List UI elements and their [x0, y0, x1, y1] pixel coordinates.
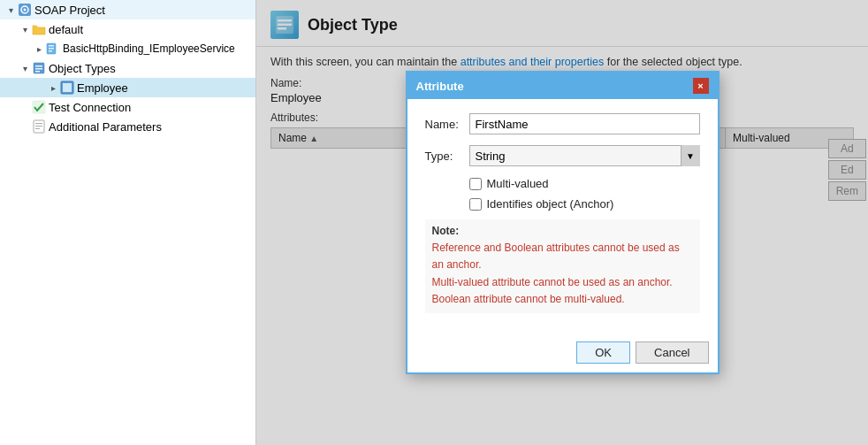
- dialog-type-row: Type: String Integer Boolean Reference D…: [425, 145, 700, 166]
- dialog-title: Attribute: [416, 80, 464, 93]
- sidebar-item-test-connection[interactable]: Test Connection: [0, 97, 255, 117]
- sidebar-item-default[interactable]: default: [0, 19, 255, 39]
- anchor-label: Identifies object (Anchor): [487, 197, 614, 211]
- sidebar-item-employee[interactable]: Employee: [0, 78, 255, 97]
- note-label: Note:: [432, 225, 693, 237]
- svg-rect-8: [35, 65, 42, 67]
- sidebar-item-additional-params[interactable]: Additional Parameters: [0, 117, 255, 136]
- note-box: Note: Reference and Boolean attributes c…: [425, 219, 700, 313]
- svg-rect-5: [49, 48, 54, 50]
- dialog-name-input[interactable]: [469, 113, 700, 134]
- svg-rect-12: [63, 83, 72, 92]
- employee-icon: [60, 81, 74, 95]
- sidebar-label-object-types: Object Types: [49, 62, 116, 75]
- anchor-checkbox[interactable]: [469, 198, 482, 211]
- sidebar: SOAP Project default BasicHttpBinding_IE…: [0, 0, 256, 445]
- multivalued-checkbox-row: Multi-valued: [425, 177, 700, 190]
- multivalued-checkbox[interactable]: [469, 178, 482, 190]
- check-icon: [32, 100, 46, 114]
- ok-button[interactable]: OK: [576, 341, 630, 364]
- svg-rect-17: [35, 128, 40, 129]
- sidebar-label-basic-http: BasicHttpBinding_IEmployeeService: [63, 42, 235, 55]
- dialog-name-label: Name:: [425, 118, 469, 131]
- expand-arrow-employee[interactable]: [46, 81, 60, 95]
- svg-rect-16: [35, 126, 42, 127]
- service-icon: [46, 42, 60, 56]
- sidebar-item-basic-http[interactable]: BasicHttpBinding_IEmployeeService: [0, 39, 255, 58]
- expand-arrow-default[interactable]: [18, 22, 32, 36]
- dialog-name-row: Name:: [425, 113, 700, 134]
- dialog-type-select-wrapper: String Integer Boolean Reference Date ▼: [469, 145, 700, 166]
- sidebar-item-soap-project[interactable]: SOAP Project: [0, 0, 255, 19]
- page-icon: [32, 119, 46, 134]
- expand-arrow-soap[interactable]: [4, 3, 18, 17]
- sidebar-label-employee: Employee: [77, 81, 128, 95]
- svg-point-2: [24, 9, 27, 12]
- dialog-type-select[interactable]: String Integer Boolean Reference Date: [469, 145, 700, 166]
- soap-icon: [18, 3, 32, 17]
- dialog-overlay: Attribute × Name: Type: String Integer: [256, 0, 868, 445]
- sidebar-label-additional-params: Additional Parameters: [49, 120, 162, 134]
- dialog-titlebar: Attribute ×: [407, 73, 718, 99]
- cancel-button[interactable]: Cancel: [636, 341, 708, 364]
- expand-arrow-basic-http[interactable]: [32, 42, 46, 56]
- expand-arrow-test: [18, 100, 32, 114]
- multivalued-label: Multi-valued: [487, 177, 549, 190]
- main-content: Object Type With this screen, you can ma…: [256, 0, 868, 445]
- note-line-1: Reference and Boolean attributes cannot …: [432, 242, 680, 271]
- note-line-3: Boolean attribute cannot be multi-valued…: [432, 293, 625, 305]
- svg-rect-4: [49, 45, 54, 47]
- sidebar-label-test-connection: Test Connection: [49, 101, 131, 114]
- expand-arrow-params: [18, 119, 32, 134]
- sidebar-label-default: default: [49, 23, 83, 36]
- expand-arrow-object-types[interactable]: [18, 61, 32, 75]
- attribute-dialog: Attribute × Name: Type: String Integer: [406, 71, 720, 374]
- note-text: Reference and Boolean attributes cannot …: [432, 240, 693, 308]
- svg-rect-9: [35, 68, 42, 70]
- dialog-type-label: Type:: [425, 150, 469, 163]
- dialog-close-button[interactable]: ×: [693, 78, 709, 94]
- dialog-footer: OK Cancel: [407, 336, 718, 372]
- folder-icon: [32, 22, 46, 36]
- types-icon: [32, 61, 46, 75]
- sidebar-label-soap-project: SOAP Project: [34, 4, 105, 17]
- note-line-2: Multi-valued attribute cannot be used as…: [432, 276, 673, 288]
- svg-rect-10: [35, 71, 40, 73]
- dialog-body: Name: Type: String Integer Boolean Refer…: [407, 99, 718, 336]
- svg-rect-6: [49, 50, 52, 52]
- anchor-checkbox-row: Identifies object (Anchor): [425, 197, 700, 211]
- svg-rect-15: [35, 123, 42, 124]
- sidebar-item-object-types[interactable]: Object Types: [0, 58, 255, 78]
